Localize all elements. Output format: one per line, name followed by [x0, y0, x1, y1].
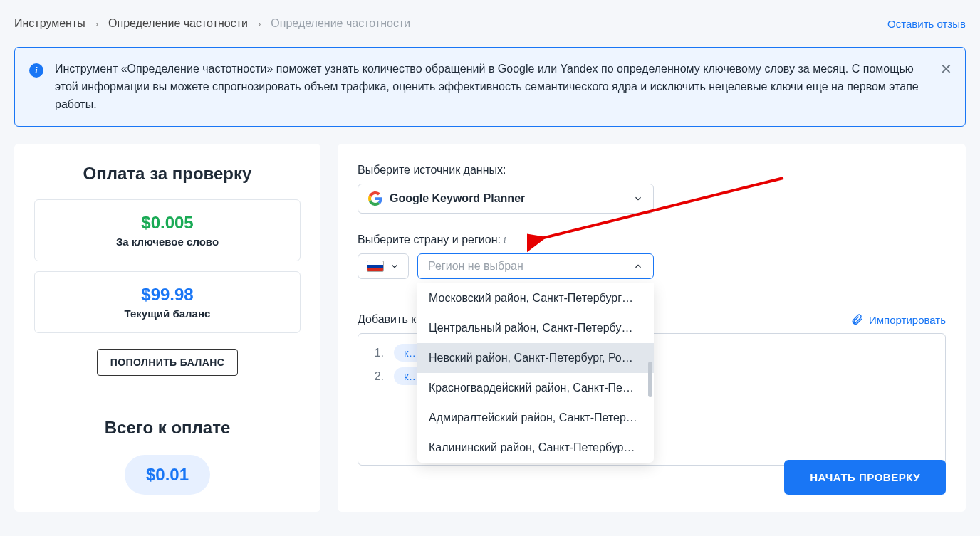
- price-per-keyword-value: $0.005: [46, 213, 288, 233]
- chevron-right-icon: ›: [95, 19, 98, 29]
- keyword-number: 1.: [371, 347, 384, 359]
- price-per-keyword-label: За ключевое слово: [46, 236, 288, 248]
- balance-label: Текущий баланс: [46, 308, 288, 320]
- region-select[interactable]: [417, 253, 654, 279]
- payment-title: Оплата за проверку: [34, 164, 301, 184]
- source-value: Google Keyword Planner: [390, 192, 525, 205]
- divider: [34, 396, 301, 396]
- country-flag-select[interactable]: [358, 253, 409, 279]
- info-banner-text: Инструмент «Определение частотности» пом…: [55, 63, 919, 110]
- region-option[interactable]: Московский район, Санкт-Петербург…: [417, 283, 654, 313]
- start-check-button[interactable]: НАЧАТЬ ПРОВЕРКУ: [784, 460, 946, 495]
- attachment-icon: [850, 313, 863, 326]
- topup-balance-button[interactable]: ПОПОЛНИТЬ БАЛАНС: [97, 349, 238, 376]
- region-option[interactable]: Калининский район, Санкт-Петербур…: [417, 433, 654, 463]
- chevron-up-icon: [633, 261, 643, 271]
- close-banner-button[interactable]: ✕: [940, 61, 952, 78]
- keywords-label: Добавить к: [358, 313, 416, 326]
- region-input[interactable]: [428, 260, 633, 273]
- info-icon[interactable]: i: [504, 235, 506, 246]
- region-dropdown: Московский район, Санкт-Петербург…Центра…: [417, 283, 654, 463]
- keyword-number: 2.: [371, 370, 384, 383]
- source-label: Выберите источник данных:: [358, 164, 946, 177]
- chevron-down-icon: [390, 261, 400, 271]
- price-per-keyword-card: $0.005 За ключевое слово: [34, 199, 301, 261]
- breadcrumb-tool[interactable]: Определение частотности: [108, 17, 248, 30]
- breadcrumb-instruments[interactable]: Инструменты: [14, 17, 85, 30]
- info-banner: i Инструмент «Определение частотности» п…: [14, 47, 966, 127]
- close-icon: ✕: [940, 61, 952, 77]
- region-option[interactable]: Центральный район, Санкт-Петербу…: [417, 313, 654, 343]
- google-icon: [368, 191, 382, 206]
- chevron-down-icon: [633, 194, 643, 204]
- region-label: Выберите страну и регион:: [358, 233, 501, 246]
- chevron-right-icon: ›: [258, 19, 261, 29]
- region-option[interactable]: Адмиралтейский район, Санкт-Петер…: [417, 403, 654, 433]
- import-link[interactable]: Импортировать: [850, 313, 946, 326]
- scrollbar-thumb[interactable]: [648, 362, 652, 397]
- source-select[interactable]: Google Keyword Planner: [358, 184, 654, 214]
- feedback-link[interactable]: Оставить отзыв: [887, 18, 966, 30]
- main-content-panel: Выберите источник данных: Google Keyword…: [338, 144, 966, 512]
- total-amount: $0.01: [125, 455, 210, 495]
- payment-sidebar: Оплата за проверку $0.005 За ключевое сл…: [14, 144, 320, 512]
- breadcrumb: Инструменты › Определение частотности › …: [14, 17, 410, 30]
- balance-card: $99.98 Текущий баланс: [34, 271, 301, 333]
- info-icon: i: [29, 63, 43, 78]
- balance-value: $99.98: [46, 285, 288, 305]
- flag-russia-icon: [367, 261, 384, 272]
- region-option[interactable]: Красногвардейский район, Санкт-Пе…: [417, 373, 654, 403]
- region-option[interactable]: Невский район, Санкт-Петербург, Ро…: [417, 343, 654, 373]
- breadcrumb-current: Определение частотности: [271, 17, 410, 30]
- total-title: Всего к оплате: [34, 418, 301, 438]
- import-label: Импортировать: [869, 314, 946, 326]
